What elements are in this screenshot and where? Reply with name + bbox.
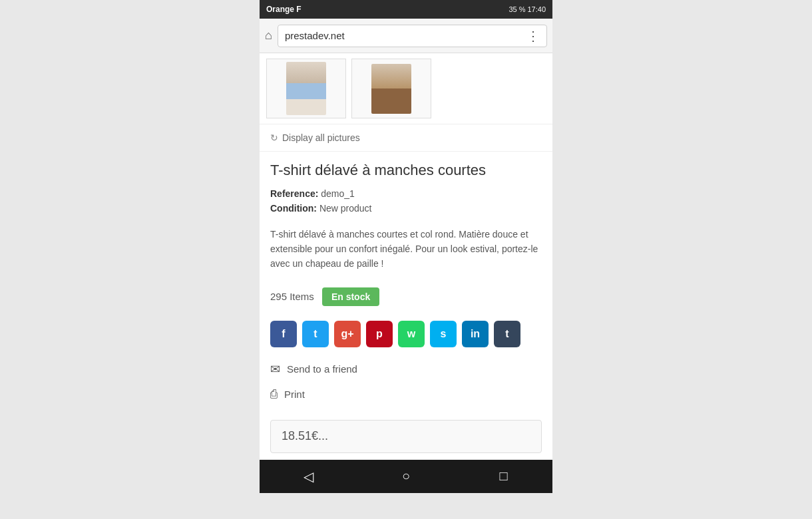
reference-value: demo_1: [321, 188, 355, 199]
product-meta: Reference: demo_1 Condition: New product: [260, 186, 552, 220]
back-button[interactable]: ◁: [292, 460, 325, 493]
display-all-pictures[interactable]: ↻ Display all pictures: [260, 124, 552, 152]
stock-count: 295 Items: [270, 291, 314, 302]
stock-row: 295 Items En stock: [260, 282, 552, 315]
condition-value: New product: [319, 203, 372, 214]
product-description: T-shirt délavé à manches courtes et col …: [260, 220, 552, 282]
condition-row: Condition: New product: [270, 203, 542, 214]
linkedin-share-button[interactable]: in: [462, 321, 489, 347]
status-right: 35 % 17:40: [508, 5, 546, 13]
thumbnail-2[interactable]: [351, 59, 431, 118]
send-to-friend-link[interactable]: ✉ Send to a friend: [270, 357, 542, 382]
home-icon[interactable]: ⌂: [265, 29, 272, 43]
thumb-img-1: [286, 62, 326, 115]
browser-bar: ⌂ prestadev.net ⋮: [260, 19, 552, 53]
action-links: ✉ Send to a friend ⎙ Print: [260, 353, 552, 413]
thumbnails-row: [260, 53, 552, 124]
url-text: prestadev.net: [285, 30, 345, 41]
print-label: Print: [284, 389, 305, 400]
twitter-share-button[interactable]: t: [302, 321, 329, 347]
price-area: 18.51€...: [270, 420, 542, 453]
thumbnail-1[interactable]: [266, 59, 346, 118]
print-icon: ⎙: [270, 387, 278, 401]
envelope-icon: ✉: [270, 362, 280, 377]
thumb-img-2: [371, 64, 411, 114]
refresh-icon: ↻: [270, 132, 278, 143]
carrier-label: Orange F: [266, 5, 302, 14]
send-to-friend-label: Send to a friend: [287, 363, 357, 375]
content-area: ↻ Display all pictures T-shirt délavé à …: [260, 53, 552, 460]
time-label: 17:40: [527, 5, 546, 13]
bottom-nav: ◁ ○ □: [260, 460, 552, 493]
tumblr-share-button[interactable]: t: [494, 321, 520, 347]
recent-apps-button[interactable]: □: [487, 460, 520, 493]
pinterest-share-button[interactable]: p: [366, 321, 393, 347]
whatsapp-share-button[interactable]: w: [398, 321, 425, 347]
url-bar[interactable]: prestadev.net ⋮: [278, 25, 547, 47]
browser-menu-icon[interactable]: ⋮: [526, 28, 540, 44]
facebook-share-button[interactable]: f: [270, 321, 297, 347]
skype-share-button[interactable]: s: [430, 321, 457, 347]
print-link[interactable]: ⎙ Print: [270, 382, 542, 407]
reference-label: Reference:: [270, 188, 318, 199]
reference-row: Reference: demo_1: [270, 188, 542, 199]
product-title: T-shirt délavé à manches courtes: [260, 152, 552, 186]
google-share-button[interactable]: g+: [334, 321, 361, 347]
battery-label: 35 %: [508, 5, 525, 13]
display-all-label: Display all pictures: [282, 132, 360, 143]
condition-label: Condition:: [270, 203, 317, 214]
status-bar: Orange F 35 % 17:40: [260, 0, 552, 19]
home-button[interactable]: ○: [389, 460, 423, 493]
price-partial: 18.51€...: [282, 429, 328, 443]
stock-badge: En stock: [322, 287, 379, 306]
social-share-row: f t g+ p w s in t: [260, 315, 552, 353]
